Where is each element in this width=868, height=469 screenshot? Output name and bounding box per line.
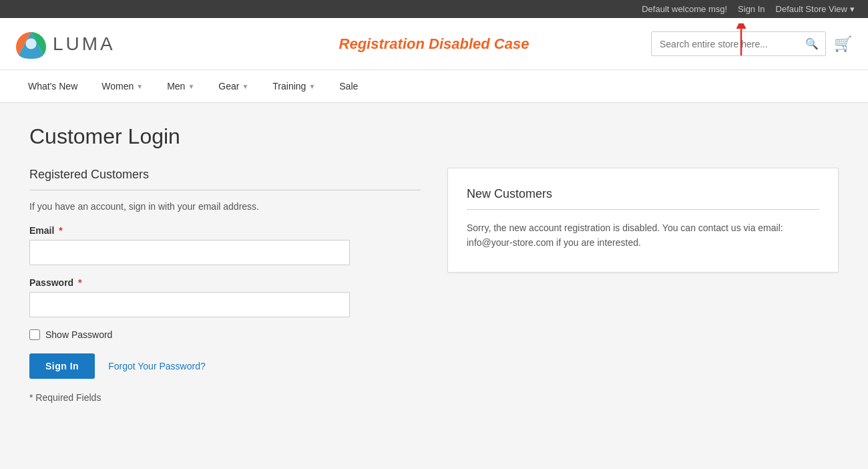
nav-item-training: Training ▼ — [260, 70, 327, 102]
store-view-selector[interactable]: Default Store View ▾ — [776, 4, 855, 14]
main-content: Customer Login Registered Customers If y… — [13, 103, 855, 438]
form-actions: Sign In Forgot Your Password? — [29, 353, 421, 379]
chevron-down-icon: ▼ — [188, 83, 194, 90]
luma-logo — [16, 29, 46, 59]
show-password-label[interactable]: Show Password — [45, 329, 112, 340]
store-view-label: Default Store View — [776, 4, 847, 14]
nav-item-gear: Gear ▼ — [206, 70, 260, 102]
new-customers-section: New Customers Sorry, the new account reg… — [447, 168, 839, 273]
nav-link-gear[interactable]: Gear ▼ — [206, 70, 260, 102]
chevron-down-icon: ▼ — [242, 83, 248, 90]
nav-link-men[interactable]: Men ▼ — [155, 70, 206, 102]
new-customers-message: Sorry, the new account registration is d… — [467, 220, 819, 251]
registered-section-description: If you have an account, sign in with you… — [29, 201, 421, 212]
email-input[interactable] — [29, 240, 350, 265]
password-required-star: * — [75, 277, 81, 288]
signin-link[interactable]: Sign In — [738, 4, 765, 14]
email-label: Email * — [29, 225, 421, 236]
nav-item-men: Men ▼ — [155, 70, 206, 102]
nav-item-sale: Sale — [327, 70, 370, 102]
show-password-checkbox[interactable] — [29, 329, 40, 340]
nav-label-men: Men — [167, 81, 185, 92]
cart-icon[interactable]: 🛒 — [834, 35, 852, 53]
page-title: Customer Login — [29, 124, 839, 149]
cart-icon-symbol: 🛒 — [834, 35, 852, 52]
show-password-row: Show Password — [29, 329, 421, 340]
search-button[interactable]: 🔍 — [799, 32, 825, 55]
nav-item-women: Women ▼ — [89, 70, 155, 102]
login-grid: Registered Customers If you have an acco… — [29, 168, 839, 416]
logo-area[interactable]: LUMA — [16, 29, 116, 59]
email-field-group: Email * — [29, 225, 421, 265]
chevron-down-icon: ▼ — [308, 83, 315, 90]
forgot-password-link[interactable]: Forgot Your Password? — [108, 361, 206, 371]
password-label: Password * — [29, 277, 421, 288]
logo-text: LUMA — [53, 33, 116, 55]
nav-label-training: Training — [272, 81, 306, 92]
email-required-star: * — [56, 225, 62, 236]
site-header: LUMA Registration Disabled Case 🔍 🛒 — [0, 18, 868, 70]
nav-link-women[interactable]: Women ▼ — [89, 70, 155, 102]
search-input[interactable] — [652, 33, 799, 55]
top-bar: Default welcome msg! Sign In Default Sto… — [0, 0, 868, 18]
nav-link-training[interactable]: Training ▼ — [260, 70, 327, 102]
main-nav: What's New Women ▼ Men ▼ Gear ▼ Training — [0, 70, 868, 103]
welcome-message: Default welcome msg! — [642, 4, 727, 14]
nav-link-sale[interactable]: Sale — [327, 70, 370, 102]
required-note: * Required Fields — [29, 392, 421, 403]
registered-section-heading: Registered Customers — [29, 168, 421, 190]
nav-label-gear: Gear — [218, 81, 239, 92]
nav-link-whats-new[interactable]: What's New — [16, 70, 89, 102]
password-field-group: Password * — [29, 277, 421, 317]
password-input[interactable] — [29, 292, 350, 317]
nav-label-women: Women — [101, 81, 134, 92]
site-title: Registration Disabled Case — [339, 35, 529, 53]
header-right: 🔍 🛒 — [651, 31, 852, 56]
chevron-down-icon: ▼ — [136, 83, 143, 90]
search-icon: 🔍 — [805, 38, 819, 49]
nav-item-whats-new: What's New — [16, 70, 89, 102]
svg-point-1 — [26, 39, 37, 49]
nav-label-whats-new: What's New — [28, 81, 77, 92]
chevron-down-icon: ▾ — [850, 4, 855, 14]
signin-button[interactable]: Sign In — [29, 353, 95, 379]
registered-customers-section: Registered Customers If you have an acco… — [29, 168, 421, 416]
search-box: 🔍 — [651, 31, 826, 56]
nav-label-sale: Sale — [339, 81, 358, 92]
new-customers-heading: New Customers — [467, 187, 819, 210]
